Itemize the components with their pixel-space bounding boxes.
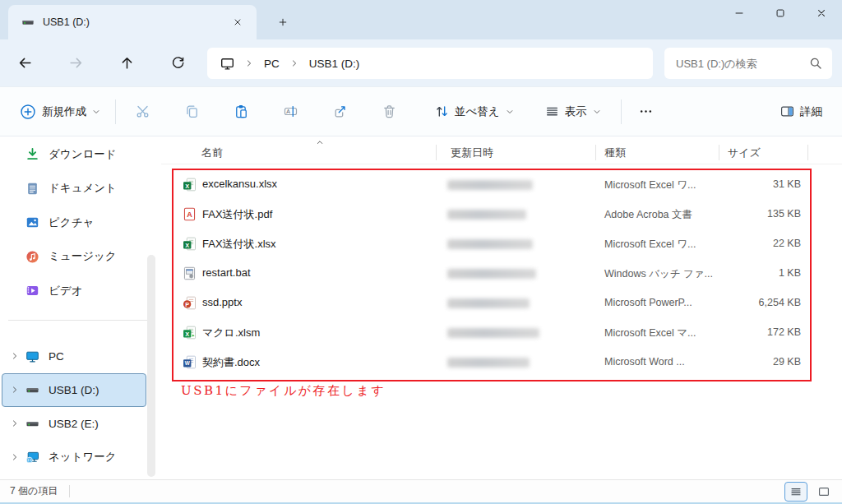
file-size: 135 KB (767, 208, 801, 220)
sidebar-item-label: USB2 (E:) (49, 418, 99, 430)
delete-button[interactable] (372, 95, 405, 128)
file-size: 22 KB (773, 238, 801, 249)
copy-button[interactable] (175, 95, 208, 128)
sidebar-item-documents[interactable]: ドキュメント (2, 172, 146, 206)
more-icon (639, 104, 653, 118)
file-row[interactable]: P ssd.pptx Microsoft PowerP... 6,254 KB (161, 288, 842, 317)
cut-button[interactable] (126, 95, 159, 128)
back-button[interactable] (10, 49, 39, 78)
copy-icon (185, 104, 199, 118)
usb-drive-icon (25, 383, 39, 397)
file-row[interactable]: restart.bat Windows バッチ ファ... 1 KB (161, 258, 842, 288)
paste-button[interactable] (224, 95, 257, 128)
monitor-icon[interactable] (220, 57, 234, 71)
back-arrow-icon (18, 56, 32, 70)
file-type: Adobe Acroba 文書 (604, 208, 692, 222)
chevron-right-icon[interactable] (11, 419, 19, 428)
file-type: Microsoft Excel ワ... (604, 178, 696, 192)
sidebar-item-label: ドキュメント (49, 181, 117, 196)
excel-file-icon: X (183, 237, 197, 251)
file-type: Microsoft Excel マ... (604, 326, 696, 340)
annotation-text: USB1にファイルが存在します (181, 383, 386, 399)
pin-icon (128, 252, 139, 262)
column-header-modified[interactable]: 更新日時 (451, 146, 493, 160)
file-row[interactable]: X マクロ.xlsm Microsoft Excel マ... 172 KB (161, 317, 842, 347)
new-button-label: 新規作成 (42, 104, 86, 119)
file-row[interactable]: A FAX送付状.pdf Adobe Acroba 文書 135 KB (161, 199, 842, 229)
sidebar-item-usb2[interactable]: USB2 (E:) (2, 407, 146, 441)
excel-file-icon: X (183, 178, 197, 192)
file-size: 31 KB (773, 178, 801, 190)
tab-usb1[interactable]: USB1 (D:) (8, 5, 257, 39)
breadcrumb-item[interactable]: PC (264, 58, 280, 70)
svg-text:X: X (185, 331, 189, 338)
modified-date-redacted (447, 269, 536, 279)
delete-icon (382, 104, 396, 118)
breadcrumb-item[interactable]: USB1 (D:) (309, 58, 360, 70)
file-row[interactable]: X FAX送付状.xlsx Microsoft Excel ワ... 22 KB (161, 229, 842, 258)
share-button[interactable] (323, 95, 356, 128)
close-button[interactable] (801, 0, 842, 26)
search-input[interactable] (676, 58, 809, 70)
details-pane-icon (780, 104, 794, 118)
search-icon[interactable] (809, 57, 822, 70)
rename-button[interactable]: A (274, 95, 307, 128)
sidebar-item-label: ネットワーク (49, 450, 117, 465)
new-button[interactable]: 新規作成 (13, 95, 107, 128)
file-size: 29 KB (773, 356, 801, 368)
sidebar-scrollbar[interactable] (147, 255, 155, 477)
file-type: Windows バッチ ファ... (604, 267, 713, 281)
chevron-right-icon[interactable] (11, 386, 19, 394)
column-divider[interactable] (595, 145, 596, 160)
file-name: 契約書.docx (202, 355, 260, 370)
sidebar-item-downloads[interactable]: ダウンロード (2, 137, 146, 172)
minimize-button[interactable] (719, 0, 760, 26)
plus-icon (278, 17, 288, 27)
file-name: excelkansu.xlsx (202, 178, 277, 190)
toolbar-divider (115, 99, 116, 124)
sidebar-item-videos[interactable]: ビデオ (2, 274, 146, 308)
items-count: 7 個の項目 (10, 484, 58, 498)
sidebar-item-network[interactable]: ネットワーク (2, 441, 146, 474)
tab-bar: USB1 (D:) (0, 0, 842, 39)
view-button[interactable]: 表示 (539, 95, 608, 128)
sidebar-item-pictures[interactable]: ピクチャ (2, 206, 146, 240)
new-tab-button[interactable] (273, 12, 293, 32)
paste-icon (234, 104, 248, 118)
sidebar-item-usb1[interactable]: USB1 (D:) (2, 373, 146, 407)
file-row[interactable]: X excelkansu.xlsx Microsoft Excel ワ... 3… (161, 169, 842, 199)
column-divider[interactable] (436, 145, 437, 160)
pin-icon (128, 285, 139, 296)
tab-close-button[interactable] (229, 13, 247, 31)
sort-button[interactable]: 並べ替え (428, 95, 520, 128)
chevron-right-icon[interactable] (11, 453, 19, 461)
more-button[interactable] (630, 95, 663, 128)
status-divider (69, 485, 70, 497)
file-row[interactable]: W 契約書.docx Microsoft Word ... 29 KB (161, 347, 842, 377)
large-icons-view-toggle[interactable] (812, 482, 835, 502)
up-button[interactable] (112, 49, 141, 78)
modified-date-redacted (447, 328, 539, 338)
file-list-pane: 名前 更新日時 種類 サイズ X excelkansu.xlsx Microso… (161, 136, 842, 479)
chevron-down-icon (593, 108, 601, 116)
column-header-name[interactable]: 名前 (201, 146, 223, 160)
window-controls (719, 0, 842, 26)
search-box (664, 48, 832, 79)
refresh-button[interactable] (163, 49, 192, 78)
column-header-size[interactable]: サイズ (728, 146, 761, 160)
column-divider[interactable] (807, 145, 808, 160)
sidebar-item-music[interactable]: ミュージック (2, 240, 146, 275)
details-pane-button[interactable]: 詳細 (774, 95, 829, 128)
document-icon (25, 182, 39, 196)
file-size: 1 KB (779, 267, 801, 279)
chevron-right-icon[interactable] (11, 352, 19, 360)
column-header-type[interactable]: 種類 (604, 146, 626, 160)
chevron-right-icon (245, 59, 253, 67)
cut-icon (136, 104, 150, 118)
column-divider[interactable] (719, 145, 719, 160)
maximize-button[interactable] (760, 0, 801, 26)
details-view-toggle[interactable] (784, 482, 807, 502)
list-header: 名前 更新日時 種類 サイズ (161, 140, 842, 164)
forward-button[interactable] (61, 49, 90, 78)
sidebar-item-pc[interactable]: PC (2, 340, 146, 373)
